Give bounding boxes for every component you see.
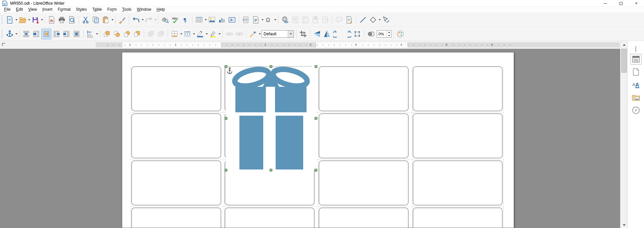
new-document-button[interactable]	[5, 14, 15, 25]
redo-dropdown[interactable]	[154, 19, 156, 21]
border-color-button[interactable]	[195, 29, 205, 39]
menu-view[interactable]: View	[26, 7, 40, 13]
clone-formatting-button[interactable]	[117, 14, 127, 25]
minimize-button[interactable]	[598, 0, 613, 7]
label-cell[interactable]	[131, 66, 221, 111]
rotate-left-button[interactable]	[332, 29, 342, 39]
spin-up-button[interactable]	[387, 31, 391, 34]
track-changes-button[interactable]	[344, 14, 354, 25]
export-pdf-button[interactable]: A	[47, 14, 57, 25]
anchor-button[interactable]	[5, 29, 15, 39]
print-button[interactable]	[57, 14, 67, 25]
highlighting-color-button[interactable]	[208, 29, 218, 39]
sidebar-tab-navigator[interactable]	[630, 105, 642, 116]
scrollbar-thumb[interactable]	[621, 49, 627, 73]
save-button[interactable]	[30, 14, 40, 25]
print-preview-button[interactable]	[67, 14, 77, 25]
selection-handle-top-center[interactable]	[270, 65, 272, 68]
selection-handle-bottom-left[interactable]	[225, 169, 227, 172]
insert-line-button[interactable]	[358, 14, 368, 25]
selection-handle-middle-left[interactable]	[225, 117, 227, 120]
label-cell[interactable]	[131, 207, 221, 228]
to-foreground-button[interactable]	[146, 29, 156, 39]
basic-shapes-button[interactable]	[368, 14, 378, 25]
sidebar-tab-gallery[interactable]	[630, 92, 642, 103]
crop-button[interactable]	[298, 29, 308, 39]
wrap-after-button[interactable]	[61, 29, 72, 39]
image-mode-select[interactable]: Default	[262, 30, 294, 38]
anchor-dropdown[interactable]	[15, 33, 17, 35]
insert-comment-button[interactable]	[334, 14, 344, 25]
label-cell[interactable]	[413, 207, 503, 228]
forward-one-button[interactable]	[112, 29, 122, 39]
menu-help[interactable]: Help	[154, 7, 168, 13]
menu-file[interactable]: File	[1, 7, 13, 13]
maximize-button[interactable]	[613, 0, 629, 7]
image-filter-dropdown[interactable]	[259, 33, 261, 35]
find-replace-button[interactable]: @	[160, 14, 170, 25]
open-button[interactable]	[17, 14, 28, 25]
scroll-up-button[interactable]	[620, 42, 628, 48]
insert-endnote-button[interactable]: i	[300, 14, 310, 25]
cross-reference-button[interactable]	[320, 14, 330, 25]
back-one-button[interactable]	[122, 29, 132, 39]
borders-button[interactable]	[170, 29, 180, 39]
send-to-back-button[interactable]	[132, 29, 142, 39]
formatting-marks-button[interactable]: ¶	[180, 14, 190, 25]
insert-text-box-button[interactable]: A	[227, 14, 237, 25]
menu-edit[interactable]: Edit	[13, 7, 26, 13]
image-mode-dropdown[interactable]	[288, 31, 293, 37]
align-objects-dropdown[interactable]	[96, 33, 98, 35]
sidebar-tab-page[interactable]	[630, 67, 642, 77]
label-cell[interactable]	[225, 207, 315, 228]
menu-form[interactable]: Form	[105, 7, 120, 13]
selection-handle-bottom-right[interactable]	[315, 169, 317, 172]
paste-button[interactable]	[101, 14, 111, 25]
insert-table-button[interactable]	[194, 14, 204, 25]
link-frames-button[interactable]	[224, 29, 234, 39]
wrap-off-button[interactable]	[21, 29, 31, 39]
selection-handle-middle-right[interactable]	[315, 117, 317, 120]
label-cell[interactable]	[413, 66, 503, 111]
selected-gift-image[interactable]	[226, 67, 316, 170]
bring-to-front-button[interactable]	[102, 29, 112, 39]
menu-tools[interactable]: Tools	[120, 7, 134, 13]
insert-image-button[interactable]	[207, 14, 217, 25]
wrap-on-button[interactable]	[31, 29, 41, 39]
menu-window[interactable]: Window	[134, 7, 154, 13]
insert-bookmark-button[interactable]	[310, 14, 320, 25]
tab-stop-corner-icon[interactable]	[2, 43, 5, 46]
close-button[interactable]: ×	[629, 0, 644, 7]
label-cell[interactable]	[413, 113, 503, 158]
selection-handle-top-right[interactable]	[315, 65, 317, 68]
paste-dropdown[interactable]	[111, 19, 113, 21]
sidebar-tab-styles[interactable]: AA	[630, 79, 642, 90]
wrap-before-button[interactable]	[51, 29, 61, 39]
vertical-scrollbar[interactable]	[620, 41, 627, 228]
insert-chart-button[interactable]	[217, 14, 227, 25]
insert-hyperlink-button[interactable]	[280, 14, 290, 25]
menu-insert[interactable]: Insert	[40, 7, 55, 13]
spin-down-button[interactable]	[387, 34, 391, 37]
special-character-dropdown[interactable]	[274, 19, 276, 21]
sidebar-settings-button[interactable]	[635, 46, 636, 52]
align-objects-button[interactable]	[85, 29, 95, 39]
toolbar-grip[interactable]	[2, 15, 3, 24]
label-cell[interactable]	[131, 160, 221, 205]
cut-button[interactable]	[81, 14, 91, 25]
wrap-through-button[interactable]	[72, 29, 82, 39]
transformations-button[interactable]	[352, 29, 362, 39]
rotate-right-button[interactable]	[342, 29, 352, 39]
image-filter-button[interactable]	[248, 29, 258, 39]
wrap-ideal-button[interactable]	[41, 29, 51, 39]
special-character-button[interactable]: Ω	[264, 14, 274, 25]
show-draw-functions-button[interactable]	[381, 14, 391, 25]
color-button[interactable]	[395, 29, 405, 39]
copy-button[interactable]	[91, 14, 101, 25]
insert-page-break-button[interactable]	[241, 14, 251, 25]
spelling-button[interactable]: Abc	[170, 14, 180, 25]
transparency-button[interactable]	[366, 29, 376, 39]
insert-footnote-button[interactable]: 1	[290, 14, 300, 25]
selection-handle-top-left[interactable]	[225, 65, 227, 68]
flip-vertically-button[interactable]	[312, 29, 322, 39]
